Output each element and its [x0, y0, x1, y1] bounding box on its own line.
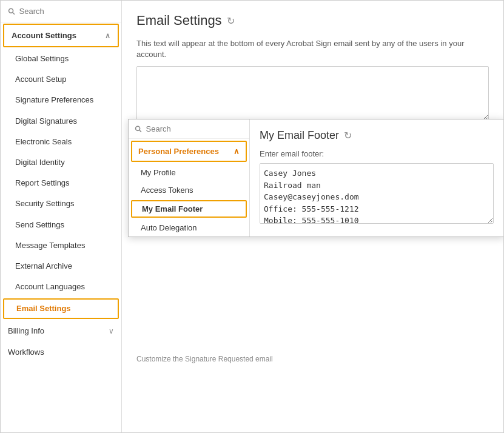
page-title: Email Settings [136, 13, 222, 29]
email-footer-textarea[interactable] [136, 66, 489, 121]
workflows-label: Workflows [8, 347, 44, 357]
popup-footer-textarea[interactable]: Casey Jones Railroad man Casey@caseyjone… [260, 163, 494, 224]
sidebar-item-security-settings[interactable]: Security Settings [1, 193, 121, 214]
sidebar-item-message-templates[interactable]: Message Templates [1, 235, 121, 256]
sidebar-item-external-archive[interactable]: External Archive [1, 256, 121, 277]
sidebar-search-container [1, 1, 121, 22]
app-window: Account Settings ∧ Global Settings Accou… [0, 0, 504, 433]
popup-item-my-profile[interactable]: My Profile [129, 164, 249, 181]
sidebar-item-global-settings[interactable]: Global Settings [1, 49, 121, 69]
sidebar-item-account-languages[interactable]: Account Languages [1, 277, 121, 297]
svg-point-2 [136, 126, 140, 130]
svg-line-1 [13, 12, 15, 14]
main-content: Email Settings ↻ This text will appear a… [122, 1, 503, 432]
sidebar-item-signature-preferences[interactable]: Signature Preferences [1, 90, 121, 110]
svg-line-3 [139, 130, 141, 132]
popup-search-container [129, 119, 249, 139]
popup-panel: Personal Preferences ∧ My Profile Access… [128, 119, 503, 237]
popup-search-icon [135, 125, 143, 133]
popup-section-chevron: ∧ [234, 147, 240, 156]
popup-title-row: My Email Footer ↻ [260, 129, 494, 142]
sidebar-item-send-settings[interactable]: Send Settings [1, 215, 121, 235]
popup-item-access-tokens[interactable]: Access Tokens [129, 181, 249, 199]
popup-title: My Email Footer [260, 129, 339, 142]
popup-refresh-icon[interactable]: ↻ [344, 130, 352, 141]
sidebar-billing-info[interactable]: Billing Info ∨ [1, 320, 121, 341]
svg-point-0 [9, 8, 13, 13]
sidebar-item-digital-signatures[interactable]: Digital Signatures [1, 111, 121, 132]
sidebar: Account Settings ∧ Global Settings Accou… [1, 1, 122, 432]
sidebar-search-input[interactable] [19, 7, 114, 16]
popup-search-input[interactable] [146, 124, 243, 133]
account-settings-label: Account Settings [12, 31, 76, 40]
sidebar-workflows[interactable]: Workflows [1, 341, 121, 363]
billing-chevron-icon: ∨ [109, 327, 114, 335]
sidebar-item-report-settings[interactable]: Report Settings [1, 173, 121, 193]
description-text: This text will appear at the bottom of e… [136, 38, 489, 60]
billing-label: Billing Info [8, 326, 44, 335]
sidebar-item-email-settings[interactable]: Email Settings [3, 298, 119, 319]
sidebar-item-account-setup[interactable]: Account Setup [1, 69, 121, 90]
popup-enter-label: Enter email footer: [260, 149, 494, 158]
popup-section-label: Personal Preferences [138, 147, 219, 156]
popup-item-auto-delegation[interactable]: Auto Delegation [129, 219, 249, 237]
popup-personal-preferences-header[interactable]: Personal Preferences ∧ [131, 141, 247, 162]
account-settings-chevron-up: ∧ [105, 32, 110, 40]
popup-sidebar: Personal Preferences ∧ My Profile Access… [129, 119, 250, 237]
sidebar-search-icon [8, 7, 16, 16]
sidebar-item-electronic-seals[interactable]: Electronic Seals [1, 132, 121, 152]
popup-item-my-email-footer[interactable]: My Email Footer [131, 200, 247, 218]
account-settings-section: Account Settings ∧ Global Settings Accou… [1, 22, 121, 320]
account-settings-header[interactable]: Account Settings ∧ [3, 24, 119, 47]
bottom-text: Customize the Signature Requested email [136, 355, 489, 363]
sidebar-item-digital-identity[interactable]: Digital Identity [1, 152, 121, 173]
refresh-icon[interactable]: ↻ [227, 15, 235, 27]
page-title-row: Email Settings ↻ [136, 13, 489, 29]
popup-main: My Email Footer ↻ Enter email footer: Ca… [250, 119, 503, 237]
